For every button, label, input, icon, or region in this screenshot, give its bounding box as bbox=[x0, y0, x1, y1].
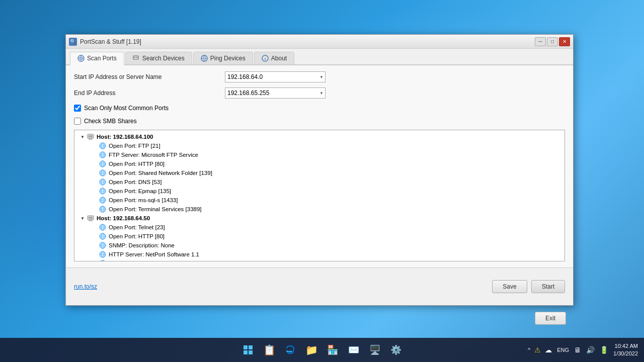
tree-item[interactable]: ▼ Host: 192.168.64.100 bbox=[75, 132, 564, 141]
minimize-button[interactable]: ─ bbox=[535, 37, 546, 46]
host-icon bbox=[87, 133, 95, 141]
taskbar-app-icon[interactable]: 🖥️ bbox=[366, 341, 384, 359]
svg-rect-4 bbox=[133, 56, 138, 59]
port-icon bbox=[99, 160, 107, 168]
end-ip-row: End IP Address 192.168.65.255 bbox=[74, 87, 565, 99]
tab-scan-ports[interactable]: Scan Ports bbox=[70, 52, 124, 65]
svg-rect-5 bbox=[134, 57, 135, 58]
tree-item[interactable]: Open Port: HTTP [80] bbox=[75, 232, 564, 241]
tree-expand-icon[interactable]: ▼ bbox=[79, 134, 86, 140]
tab-ping-devices-label: Ping Devices bbox=[210, 55, 246, 62]
tree-item[interactable]: Open Port: ms-sql-s [1433] bbox=[75, 196, 564, 205]
port-icon bbox=[99, 151, 107, 159]
tree-item-text: FTP Server: Microsoft FTP Service bbox=[109, 152, 198, 158]
svg-rect-86 bbox=[249, 345, 253, 349]
app-icon: 🔍 bbox=[69, 38, 77, 46]
taskbar-edge-icon[interactable] bbox=[281, 341, 299, 359]
check-smb-row: Check SMB Shares bbox=[74, 117, 565, 126]
taskbar-explorer-icon[interactable]: 📋 bbox=[260, 341, 278, 359]
port-icon bbox=[99, 142, 107, 150]
bottom-bar: run.to/sz Save Start bbox=[66, 267, 573, 305]
svg-rect-85 bbox=[244, 345, 248, 349]
tab-search-devices[interactable]: Search Devices bbox=[125, 52, 192, 64]
tab-bar: Scan Ports Search Devices Ping Devices bbox=[66, 49, 573, 65]
tree-item[interactable]: SNMP: Description: None bbox=[75, 241, 564, 250]
tree-item-text: Open Port: DNS [53] bbox=[109, 179, 162, 185]
tree-item[interactable]: Open Port: Telnet [23] bbox=[75, 223, 564, 232]
tree-item-text: Open Port: FTP [21] bbox=[109, 143, 160, 149]
tree-item[interactable]: Open Port: HTTP [80] bbox=[75, 159, 564, 168]
svg-rect-57 bbox=[89, 217, 93, 219]
main-window: 🔍 PortScan & Stuff [1.19] ─ □ ✕ Scan Por… bbox=[65, 34, 574, 306]
tree-item[interactable]: Open Port: Terminal Services [3389] bbox=[75, 205, 564, 214]
port-icon bbox=[99, 178, 107, 186]
save-button[interactable]: Save bbox=[492, 280, 527, 293]
tree-item[interactable]: Open Port: Shared Network Folder [139] bbox=[75, 168, 564, 177]
tray-network-icon: 🖥 bbox=[574, 346, 581, 354]
close-button[interactable]: ✕ bbox=[559, 37, 570, 46]
clock-date: 1/30/2022 bbox=[613, 350, 638, 357]
check-smb-checkbox[interactable] bbox=[74, 118, 81, 125]
tray-chevron[interactable]: ^ bbox=[528, 347, 530, 353]
check-smb-label[interactable]: Check SMB Shares bbox=[84, 118, 137, 125]
taskbar-center: 📋 📁 🏪 ✉️ 🖥️ ⚙️ bbox=[239, 341, 405, 359]
tree-item-text: HTTP Server: NetPort Software 1.1 bbox=[109, 251, 199, 257]
system-tray: ^ ⚠ ☁ bbox=[528, 346, 552, 354]
exit-button[interactable]: Exit bbox=[535, 312, 566, 325]
tree-item[interactable]: Open Port: FTP [21] bbox=[75, 141, 564, 150]
start-button-taskbar[interactable] bbox=[239, 341, 257, 359]
port-icon bbox=[99, 223, 107, 231]
tree-item-text: Open Port: HTTP [80] bbox=[109, 233, 165, 239]
ping-devices-icon bbox=[201, 55, 208, 62]
title-bar: 🔍 PortScan & Stuff [1.19] ─ □ ✕ bbox=[66, 35, 573, 49]
tray-battery-icon: 🔋 bbox=[600, 346, 608, 354]
maximize-button[interactable]: □ bbox=[547, 37, 558, 46]
tree-item[interactable]: ▼ Host: 192.168.64.50 bbox=[75, 214, 564, 223]
end-ip-select-wrapper: 192.168.65.255 bbox=[225, 87, 326, 99]
footer-link[interactable]: run.to/sz bbox=[74, 283, 97, 290]
start-button[interactable]: Start bbox=[531, 280, 565, 293]
tree-item-text: Open Port: Shared Network Folder [139] bbox=[109, 170, 212, 176]
scan-common-ports-checkbox[interactable] bbox=[74, 105, 81, 112]
port-icon bbox=[99, 205, 107, 213]
port-icon bbox=[99, 169, 107, 177]
tab-about[interactable]: i About bbox=[254, 52, 294, 64]
port-icon bbox=[99, 241, 107, 249]
scan-common-ports-row: Scan Only Most Common Ports bbox=[74, 104, 565, 113]
taskbar-mail-icon[interactable]: ✉️ bbox=[345, 341, 363, 359]
taskbar-settings-icon[interactable]: ⚙️ bbox=[387, 341, 405, 359]
port-icon bbox=[99, 187, 107, 195]
taskbar-store-icon[interactable]: 🏪 bbox=[324, 341, 342, 359]
host-icon bbox=[87, 214, 95, 222]
tree-item[interactable]: Open Port: DNS [53] bbox=[75, 177, 564, 187]
tab-scan-ports-label: Scan Ports bbox=[87, 55, 117, 62]
svg-rect-6 bbox=[136, 57, 137, 58]
end-ip-select[interactable]: 192.168.65.255 bbox=[225, 87, 326, 99]
tree-item-text: Open Port: Telnet [23] bbox=[109, 224, 165, 230]
tree-item[interactable]: Open Port: Epmap [135] bbox=[75, 187, 564, 196]
tree-item[interactable]: FTP Server: Microsoft FTP Service bbox=[75, 150, 564, 159]
scan-common-ports-label[interactable]: Scan Only Most Common Ports bbox=[84, 105, 169, 112]
tree-item[interactable]: i SNMP: Object ID: 1.3.6.1.4.1.2036.6.1.… bbox=[75, 259, 564, 261]
tray-lang[interactable]: ENG bbox=[557, 347, 569, 353]
search-devices-icon bbox=[133, 55, 140, 62]
port-icon bbox=[99, 196, 107, 204]
tree-item-text: Open Port: Terminal Services [3389] bbox=[109, 206, 202, 212]
svg-rect-88 bbox=[249, 350, 253, 354]
tree-expand-icon[interactable]: ▼ bbox=[79, 215, 86, 221]
taskbar-folder-icon[interactable]: 📁 bbox=[302, 341, 320, 359]
tab-ping-devices[interactable]: Ping Devices bbox=[193, 52, 253, 64]
clock-time: 10:42 AM bbox=[613, 342, 638, 350]
about-icon: i bbox=[262, 55, 269, 62]
system-clock[interactable]: 10:42 AM 1/30/2022 bbox=[613, 342, 638, 358]
results-tree[interactable]: ▼ Host: 192.168.64.100 Ope bbox=[74, 130, 565, 261]
start-ip-select[interactable]: 192.168.64.0 bbox=[225, 71, 326, 82]
tree-item-text: Open Port: Epmap [135] bbox=[109, 188, 171, 194]
tray-warning-icon: ⚠ bbox=[534, 346, 541, 354]
window-title: PortScan & Stuff [1.19] bbox=[80, 38, 141, 45]
tab-search-devices-label: Search Devices bbox=[142, 55, 185, 62]
tree-item[interactable]: HTTP Server: NetPort Software 1.1 bbox=[75, 250, 564, 259]
tray-volume-icon: 🔊 bbox=[586, 346, 595, 354]
start-ip-select-wrapper: 192.168.64.0 bbox=[225, 71, 326, 82]
svg-text:i: i bbox=[265, 57, 266, 61]
